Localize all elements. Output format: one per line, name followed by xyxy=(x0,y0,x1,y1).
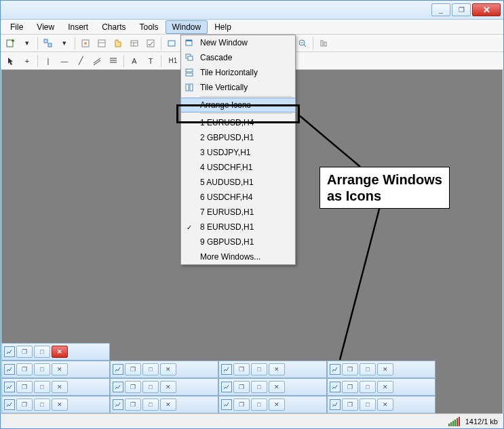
close-button[interactable]: ✕ xyxy=(160,381,176,393)
menu-item[interactable]: 6 USDCHF,H4 xyxy=(181,190,295,205)
maximize-button[interactable]: □ xyxy=(34,363,50,375)
minimized-window[interactable]: ❐□✕ xyxy=(110,378,218,396)
maximize-button[interactable]: □ xyxy=(34,346,50,358)
restore-button[interactable]: ❐ xyxy=(16,399,33,411)
fibo-icon[interactable] xyxy=(106,54,121,68)
dropdown-arrow-icon[interactable]: ▾ xyxy=(20,37,35,50)
close-button[interactable]: ✕ xyxy=(269,399,285,411)
svg-rect-29 xyxy=(186,69,193,72)
close-button[interactable]: ✕ xyxy=(160,363,176,375)
hline-icon[interactable]: — xyxy=(57,54,72,68)
terminal-icon[interactable] xyxy=(127,37,142,50)
minimized-window[interactable]: ❐□✕ xyxy=(218,361,327,378)
minimized-window[interactable]: ❐□✕ xyxy=(327,378,435,396)
menu-window[interactable]: Window xyxy=(166,20,208,34)
zoom-out-icon[interactable] xyxy=(295,37,310,50)
close-button[interactable]: ✕ xyxy=(269,381,285,393)
close-button[interactable]: ✕ xyxy=(52,381,68,393)
navigator-icon[interactable] xyxy=(111,37,125,50)
menu-item[interactable]: 9 GBPUSD,H1 xyxy=(181,234,295,249)
close-button[interactable]: ✕ xyxy=(377,363,393,375)
menu-insert[interactable]: Insert xyxy=(61,20,95,34)
menu-charts[interactable]: Charts xyxy=(95,20,132,34)
timeframe-h1[interactable]: H1 xyxy=(164,54,182,68)
menu-item[interactable]: 2 GBPUSD,H1 xyxy=(181,130,295,145)
maximize-button[interactable]: □ xyxy=(251,363,267,375)
trendline-icon[interactable]: ╱ xyxy=(73,54,88,68)
maximize-button[interactable]: □ xyxy=(251,399,267,411)
maximize-button[interactable]: □ xyxy=(251,381,267,393)
chart-type-icon[interactable] xyxy=(316,37,331,50)
new-icon[interactable] xyxy=(3,37,18,50)
minimize-button[interactable]: _ xyxy=(431,3,450,16)
menu-item[interactable]: 4 USDCHF,H1 xyxy=(181,160,295,175)
restore-button[interactable]: ❐ xyxy=(233,399,250,411)
menu-item[interactable]: 1 EURUSD,H4 xyxy=(181,115,295,130)
restore-button[interactable]: ❐ xyxy=(16,381,33,393)
close-button[interactable]: ✕ xyxy=(52,399,68,411)
crosshair-icon[interactable]: + xyxy=(20,54,35,68)
maximize-button[interactable]: □ xyxy=(34,381,50,393)
maximize-button[interactable]: □ xyxy=(360,399,376,411)
close-button[interactable]: ✕ xyxy=(377,399,393,411)
vline-icon[interactable]: | xyxy=(41,54,56,68)
menu-item[interactable]: 5 AUDUSD,H1 xyxy=(181,175,295,190)
minimized-window[interactable]: ❐□✕ xyxy=(327,361,435,378)
menu-item[interactable]: Tile Vertically xyxy=(181,80,295,95)
menu-item[interactable]: More Windows... xyxy=(181,249,295,264)
menu-item[interactable]: 3 USDJPY,H1 xyxy=(181,145,295,160)
restore-button[interactable]: ❐ xyxy=(342,399,358,411)
minimized-window[interactable]: ❐□✕ xyxy=(218,378,327,396)
minimized-window[interactable]: ❐□✕ xyxy=(110,361,218,378)
data-window-icon[interactable] xyxy=(94,37,109,50)
tester-icon[interactable] xyxy=(143,37,158,50)
minimized-window[interactable]: ❐□✕ xyxy=(110,396,218,413)
restore-button[interactable]: ❐ xyxy=(233,381,250,393)
maximize-button[interactable]: □ xyxy=(360,363,376,375)
maximize-button[interactable]: □ xyxy=(34,399,50,411)
text-icon[interactable]: A xyxy=(127,54,142,68)
restore-button[interactable]: ❐ xyxy=(342,363,358,375)
maximize-button[interactable]: □ xyxy=(142,363,159,375)
close-button[interactable]: ✕ xyxy=(269,363,285,375)
close-button[interactable]: ✕ xyxy=(160,399,176,411)
menu-item[interactable]: Arrange Icons xyxy=(180,98,296,113)
menu-item[interactable]: 7 EURUSD,H1 xyxy=(181,205,295,220)
menu-item[interactable]: Cascade xyxy=(181,50,295,65)
restore-button[interactable]: ❐ xyxy=(125,363,141,375)
menu-help[interactable]: Help xyxy=(208,20,238,34)
profile-icon[interactable] xyxy=(41,37,56,50)
restore-button[interactable]: ❐ xyxy=(125,399,141,411)
maximize-button[interactable]: ❐ xyxy=(452,3,471,16)
menu-tools[interactable]: Tools xyxy=(133,20,166,34)
menu-item[interactable]: ✓8 EURUSD,H1 xyxy=(181,220,295,234)
market-watch-icon[interactable] xyxy=(78,37,93,50)
close-button[interactable]: ✕ xyxy=(472,3,501,16)
maximize-button[interactable]: □ xyxy=(142,381,159,393)
restore-button[interactable]: ❐ xyxy=(125,381,141,393)
text-label-icon[interactable]: T xyxy=(143,54,158,68)
cursor-icon[interactable] xyxy=(3,54,18,68)
maximize-button[interactable]: □ xyxy=(142,399,159,411)
close-button[interactable]: ✕ xyxy=(377,381,393,393)
menu-file[interactable]: File xyxy=(3,20,30,34)
dropdown-arrow-icon[interactable]: ▾ xyxy=(57,37,72,50)
close-button[interactable]: ✕ xyxy=(52,346,68,358)
menu-item[interactable]: Tile Horizontally xyxy=(181,65,295,80)
maximize-button[interactable]: □ xyxy=(360,381,376,393)
minimized-window[interactable]: ❐□✕ xyxy=(1,396,110,413)
minimized-window[interactable]: ❐□✕ xyxy=(327,396,435,413)
restore-button[interactable]: ❐ xyxy=(233,363,250,375)
menu-item[interactable]: New Window xyxy=(181,35,295,50)
channel-icon[interactable] xyxy=(90,54,104,68)
minimized-window[interactable]: ❐□✕ xyxy=(1,361,110,378)
restore-button[interactable]: ❐ xyxy=(16,363,33,375)
close-button[interactable]: ✕ xyxy=(52,363,68,375)
minimized-window[interactable]: ❐□✕ xyxy=(1,378,110,396)
menu-view[interactable]: View xyxy=(30,20,61,34)
minimized-window[interactable]: ❐□✕ xyxy=(218,396,327,413)
new-order-icon[interactable] xyxy=(164,37,179,50)
restore-button[interactable]: ❐ xyxy=(342,381,358,393)
restore-button[interactable]: ❐ xyxy=(16,346,33,358)
minimized-window[interactable]: ❐□✕ xyxy=(1,343,110,361)
